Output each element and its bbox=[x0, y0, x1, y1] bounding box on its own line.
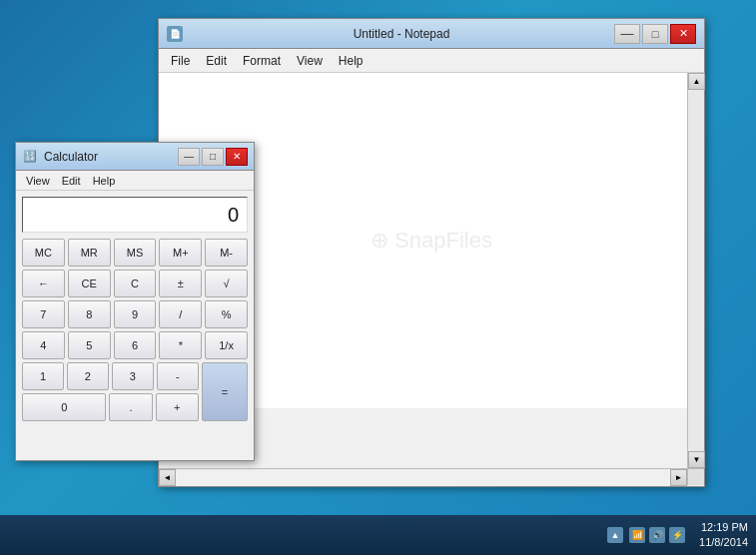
calculator-row2: 7 8 9 / % bbox=[22, 300, 248, 328]
notepad-close-button[interactable]: ✕ bbox=[670, 24, 696, 44]
watermark-text: SnapFiles bbox=[394, 228, 492, 254]
notepad-maximize-button[interactable]: □ bbox=[642, 24, 668, 44]
btn-add[interactable]: + bbox=[156, 393, 199, 421]
calculator-menu-edit[interactable]: Edit bbox=[56, 174, 87, 188]
taskbar-network-icon[interactable]: 📶 bbox=[629, 527, 645, 543]
btn-ms[interactable]: MS bbox=[114, 239, 157, 267]
btn-reciprocal[interactable]: 1/x bbox=[205, 331, 248, 359]
calculator-title: Calculator bbox=[44, 150, 178, 164]
scrollbar-right-button[interactable]: ► bbox=[670, 469, 687, 486]
calculator-window[interactable]: 🔢 Calculator — □ ✕ View Edit Help 0 MC M… bbox=[15, 142, 255, 461]
taskbar-clock[interactable]: 12:19 PM 11/8/2014 bbox=[699, 520, 748, 551]
calculator-display: 0 bbox=[22, 197, 248, 233]
notepad-scrollbar-vertical[interactable]: ▲ ▼ bbox=[687, 73, 704, 468]
taskbar-volume-icon[interactable]: 🔊 bbox=[649, 527, 665, 543]
btn-subtract[interactable]: - bbox=[157, 362, 199, 390]
btn-backspace[interactable]: ← bbox=[22, 270, 65, 297]
btn-equals[interactable]: = bbox=[202, 362, 248, 421]
calculator-icon: 🔢 bbox=[22, 149, 38, 165]
btn-c[interactable]: C bbox=[114, 270, 157, 297]
calculator-memory-row: MC MR MS M+ M- bbox=[22, 239, 248, 267]
btn-divide[interactable]: / bbox=[159, 300, 202, 328]
watermark: ⊕ SnapFiles bbox=[371, 228, 492, 254]
calculator-row5a: 0 . + bbox=[22, 393, 199, 421]
taskbar-right: ▲ 📶 🔊 ⚡ 12:19 PM 11/8/2014 bbox=[607, 520, 748, 551]
calculator-window-controls: — □ ✕ bbox=[178, 148, 248, 166]
scrollbar-track-v[interactable] bbox=[688, 90, 704, 451]
taskbar: ▲ 📶 🔊 ⚡ 12:19 PM 11/8/2014 bbox=[0, 515, 756, 555]
btn-0[interactable]: 0 bbox=[22, 393, 106, 421]
calculator-menu-help[interactable]: Help bbox=[87, 174, 122, 188]
btn-9[interactable]: 9 bbox=[114, 300, 157, 328]
scrollbar-up-button[interactable]: ▲ bbox=[688, 73, 705, 90]
btn-decimal[interactable]: . bbox=[109, 393, 152, 421]
btn-8[interactable]: 8 bbox=[68, 300, 111, 328]
scrollbar-corner bbox=[687, 468, 704, 485]
btn-6[interactable]: 6 bbox=[114, 331, 157, 359]
calculator-titlebar: 🔢 Calculator — □ ✕ bbox=[16, 143, 254, 171]
notepad-menu-help[interactable]: Help bbox=[331, 52, 372, 70]
calculator-maximize-button[interactable]: □ bbox=[202, 148, 224, 166]
btn-mc[interactable]: MC bbox=[22, 239, 65, 267]
btn-7[interactable]: 7 bbox=[22, 300, 65, 328]
notepad-title: Untitled - Notepad bbox=[189, 27, 614, 41]
btn-mplus[interactable]: M+ bbox=[159, 239, 202, 267]
calculator-buttons: MC MR MS M+ M- ← CE C ± √ 7 8 9 / % 4 5 … bbox=[16, 239, 254, 427]
scrollbar-down-button[interactable]: ▼ bbox=[688, 451, 705, 468]
calculator-menubar: View Edit Help bbox=[16, 171, 254, 191]
notepad-menu-edit[interactable]: Edit bbox=[198, 52, 235, 70]
notepad-menu-view[interactable]: View bbox=[289, 52, 331, 70]
btn-ce[interactable]: CE bbox=[68, 270, 111, 297]
calculator-minimize-button[interactable]: — bbox=[178, 148, 200, 166]
btn-plusminus[interactable]: ± bbox=[159, 270, 202, 297]
notepad-window-controls: — □ ✕ bbox=[614, 24, 696, 44]
notepad-titlebar: 📄 Untitled - Notepad — □ ✕ bbox=[159, 19, 704, 49]
notepad-icon: 📄 bbox=[167, 26, 183, 42]
taskbar-date: 11/8/2014 bbox=[699, 535, 748, 550]
btn-5[interactable]: 5 bbox=[68, 331, 111, 359]
scrollbar-left-button[interactable]: ◄ bbox=[159, 469, 176, 486]
calculator-row1: ← CE C ± √ bbox=[22, 270, 248, 297]
notepad-menu-format[interactable]: Format bbox=[235, 52, 289, 70]
btn-3[interactable]: 3 bbox=[112, 362, 154, 390]
calculator-numpad-col: 1 2 3 - 0 . + bbox=[22, 362, 199, 421]
notepad-menu-file[interactable]: File bbox=[163, 52, 198, 70]
calculator-row4a: 1 2 3 - bbox=[22, 362, 199, 390]
btn-4[interactable]: 4 bbox=[22, 331, 65, 359]
taskbar-notification-icon[interactable]: ▲ bbox=[607, 527, 623, 543]
taskbar-time: 12:19 PM bbox=[699, 520, 748, 535]
notification-arrow: ▲ bbox=[611, 530, 620, 540]
calculator-row3: 4 5 6 * 1/x bbox=[22, 331, 248, 359]
calculator-close-button[interactable]: ✕ bbox=[226, 148, 248, 166]
notepad-menubar: File Edit Format View Help bbox=[159, 49, 704, 73]
taskbar-system-icons: 📶 🔊 ⚡ bbox=[629, 527, 685, 543]
calculator-row4: 1 2 3 - 0 . + = bbox=[22, 362, 248, 421]
btn-mr[interactable]: MR bbox=[68, 239, 111, 267]
watermark-symbol: ⊕ bbox=[371, 228, 388, 254]
notepad-scrollbar-horizontal[interactable]: ◄ ► bbox=[159, 468, 687, 485]
btn-1[interactable]: 1 bbox=[22, 362, 64, 390]
calculator-menu-view[interactable]: View bbox=[20, 174, 56, 188]
taskbar-battery-icon[interactable]: ⚡ bbox=[669, 527, 685, 543]
btn-percent[interactable]: % bbox=[205, 300, 248, 328]
btn-mminus[interactable]: M- bbox=[205, 239, 248, 267]
btn-multiply[interactable]: * bbox=[159, 331, 202, 359]
notepad-minimize-button[interactable]: — bbox=[614, 24, 640, 44]
btn-sqrt[interactable]: √ bbox=[205, 270, 248, 297]
btn-2[interactable]: 2 bbox=[67, 362, 109, 390]
